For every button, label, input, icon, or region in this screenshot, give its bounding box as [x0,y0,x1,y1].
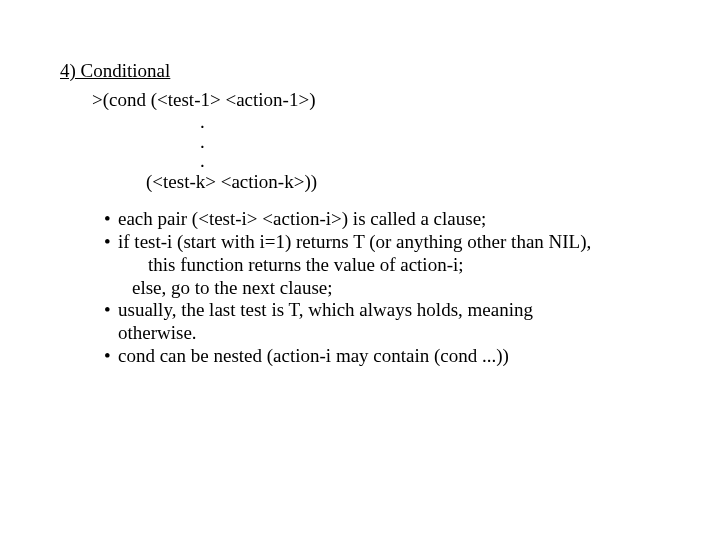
bullet-item-1: • each pair (<test-i> <action-i>) is cal… [104,208,670,231]
bullet-text: this function returns the value of actio… [148,254,670,277]
bullet-text: each pair (<test-i> <action-i>) is calle… [118,208,670,231]
bullet-item-2: • if test-i (start with i=1) returns T (… [104,231,670,254]
code-block: >(cond (<test-1> <action-1>) . . . (<tes… [92,89,670,194]
bullet-item-3-cont: otherwise. [104,322,670,345]
bullet-item-2-cont: this function returns the value of actio… [104,254,670,277]
bullet-item-4: • cond can be nested (action-i may conta… [104,345,670,368]
bullet-icon: • [104,231,118,254]
bullet-text: else, go to the next clause; [132,277,670,300]
bullet-icon: • [104,208,118,231]
code-line-1: >(cond (<test-1> <action-1>) [92,89,670,112]
bullet-icon: • [104,299,118,322]
code-line-k: (<test-k> <action-k>)) [92,171,670,194]
bullet-text: usually, the last test is T, which alway… [118,299,670,322]
code-dot-3: . [92,151,670,171]
bullet-icon: • [104,345,118,368]
bullet-text: if test-i (start with i=1) returns T (or… [118,231,670,254]
bullet-text: otherwise. [118,322,670,345]
bullet-text: cond can be nested (action-i may contain… [118,345,670,368]
section-heading: 4) Conditional [60,60,670,83]
bullet-item-3: • usually, the last test is T, which alw… [104,299,670,322]
bullet-item-2-else: else, go to the next clause; [104,277,670,300]
code-dot-1: . [92,112,670,132]
slide-content: 4) Conditional >(cond (<test-1> <action-… [0,0,720,368]
code-dot-2: . [92,132,670,152]
bullet-list: • each pair (<test-i> <action-i>) is cal… [104,208,670,368]
